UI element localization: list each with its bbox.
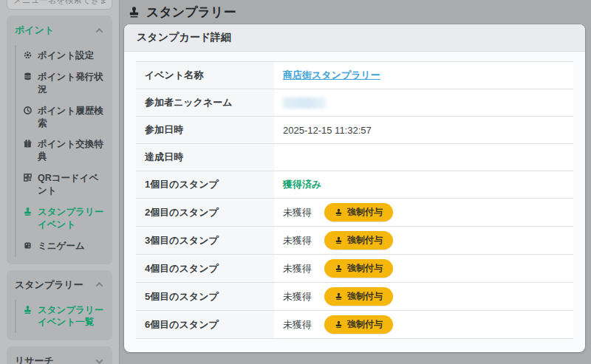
sidebar-item-point-settings[interactable]: ポイント設定 [23,45,106,66]
stamp-icon [23,305,33,315]
table-row: 達成日時 [136,144,573,171]
page-title-text: スタンプラリー [146,4,236,21]
table-row: 参加者ニックネーム [136,89,573,117]
row-label: 4個目のスタンプ [136,255,274,283]
force-grant-button[interactable]: 強制付与 [324,259,393,278]
points-submenu: ポイント設定 ポイント発行状況 ポイント履歴検索 ポイント交換特典 [15,45,106,257]
row-label: 3個目のスタンプ [136,227,274,255]
row-label: 5個目のスタンプ [136,283,274,311]
stamp-6-status: 未獲得 [283,318,312,332]
sidebar-item-label: ポイント発行状況 [38,71,106,96]
table-row: 3個目のスタンプ 未獲得 強制付与 [136,227,573,255]
section-label: ポイント [15,24,54,37]
force-grant-button[interactable]: 強制付与 [324,287,393,306]
chevron-down-icon [96,357,103,364]
sidebar-item-point-issuance[interactable]: ポイント発行状況 [23,66,106,100]
table-row: 4個目のスタンプ 未獲得 強制付与 [136,255,573,283]
force-grant-button[interactable]: 強制付与 [324,315,393,334]
stamp-icon [23,207,33,216]
row-label: 1個目のスタンプ [136,171,274,199]
sidebar-section-points: ポイント ポイント設定 ポイント発行状況 ポイント履歴検索 [7,16,112,264]
stamp-3-status: 未獲得 [283,234,312,247]
search-input[interactable] [7,0,112,10]
stamp-icon [335,264,343,272]
sidebar-item-point-history[interactable]: ポイント履歴検索 [23,100,106,134]
stamp-4-status: 未獲得 [283,262,312,275]
detail-table: イベント名称 商店街スタンプラリー 参加者ニックネーム 参加日時 2025-12… [136,61,573,339]
table-row: 1個目のスタンプ 獲得済み [136,171,573,199]
main-content: スタンプラリー スタンプカード詳細 イベント名称 商店街スタンプラリー 参加者ニ… [120,0,591,364]
coins-icon [23,72,33,81]
stamp-icon [335,236,343,244]
table-row: イベント名称 商店街スタンプラリー [136,62,573,89]
join-datetime-value: 2025-12-15 11:32:57 [274,117,573,144]
stamp-icon [128,6,140,18]
stamp-icon [335,208,343,216]
sidebar-item-label: QRコードイベント [38,172,106,197]
card-header: スタンプカード詳細 [124,24,585,52]
stamp-5-status: 未獲得 [283,290,312,303]
force-grant-button[interactable]: 強制付与 [324,203,393,222]
table-row: 5個目のスタンプ 未獲得 強制付与 [136,283,573,311]
page-title: スタンプラリー [120,0,591,24]
sidebar-item-point-rewards[interactable]: ポイント交換特典 [23,134,106,168]
qrcode-icon [23,173,33,182]
chevron-up-icon [96,27,103,35]
row-label: 2個目のスタンプ [136,199,274,227]
sidebar-item-stamp-rally-event[interactable]: スタンプラリーイベント [23,202,106,236]
sidebar: ポイント ポイント設定 ポイント発行状況 ポイント履歴検索 [0,0,120,364]
gear-icon [23,50,33,60]
sidebar-item-label: スタンプラリーイベント一覧 [38,304,106,329]
table-row: 2個目のスタンプ 未獲得 強制付与 [136,199,573,227]
sidebar-item-label: スタンプラリーイベント [38,206,106,231]
row-label: 達成日時 [136,144,274,171]
sidebar-item-label: ポイント交換特典 [38,138,106,163]
completion-datetime-value [274,144,573,171]
sidebar-section-points-header[interactable]: ポイント [13,21,106,39]
stamp-card-detail-card: スタンプカード詳細 イベント名称 商店街スタンプラリー 参加者ニックネーム 参加… [124,24,585,352]
chevron-up-icon [96,282,103,289]
stamp-icon [335,292,343,301]
history-icon [23,106,33,115]
stamp-icon [335,320,343,329]
section-label: スタンプラリー [15,278,83,292]
table-row: 参加日時 2025-12-15 11:32:57 [136,117,573,144]
card-body: イベント名称 商店街スタンプラリー 参加者ニックネーム 参加日時 2025-12… [124,52,585,348]
force-grant-button[interactable]: 強制付与 [324,231,393,250]
stamp-rally-submenu: スタンプラリーイベント一覧 [15,300,106,334]
section-label: リサーチ [15,354,54,364]
row-label: 参加日時 [136,117,274,144]
gift-icon [23,139,33,148]
sidebar-item-qr-event[interactable]: QRコードイベント [23,168,106,202]
stamp-1-status: 獲得済み [283,179,321,190]
event-name-link[interactable]: 商店街スタンプラリー [283,69,380,80]
sidebar-item-minigame[interactable]: ミニゲーム [23,236,106,257]
sidebar-section-stamp-rally: スタンプラリー スタンプラリーイベント一覧 [7,270,112,341]
sidebar-item-label: ポイント設定 [38,49,94,62]
row-label: 参加者ニックネーム [136,89,274,117]
stamp-2-status: 未獲得 [283,206,312,219]
sidebar-item-label: ミニゲーム [38,240,85,253]
sidebar-section-research-header[interactable]: リサーチ [13,352,106,364]
minigame-icon [23,241,33,250]
table-row: 6個目のスタンプ 未獲得 強制付与 [136,311,573,339]
row-label: イベント名称 [136,62,274,89]
nickname-redacted-value [283,97,326,109]
sidebar-item-label: ポイント履歴検索 [38,105,106,130]
sidebar-item-stamp-rally-event-list[interactable]: スタンプラリーイベント一覧 [23,300,106,334]
row-label: 6個目のスタンプ [136,311,274,339]
sidebar-section-research: リサーチ [7,346,112,364]
sidebar-section-stamp-rally-header[interactable]: スタンプラリー [13,276,106,294]
